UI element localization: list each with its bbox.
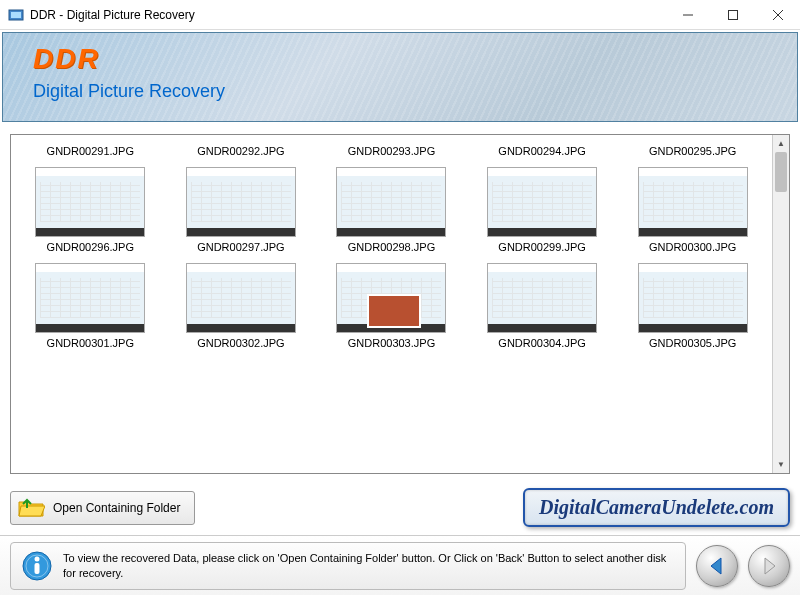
- app-icon: [8, 7, 24, 23]
- info-text: To view the recovered Data, please click…: [63, 551, 675, 580]
- thumbnail-item[interactable]: GNDR00293.JPG: [326, 143, 456, 159]
- titlebar: DDR - Digital Picture Recovery: [0, 0, 800, 30]
- thumbnail-item[interactable]: GNDR00294.JPG: [477, 143, 607, 159]
- thumbnail-item[interactable]: GNDR00304.JPG: [477, 259, 607, 351]
- svg-rect-9: [35, 563, 40, 574]
- back-button[interactable]: [696, 545, 738, 587]
- thumbnail-item[interactable]: GNDR00291.JPG: [25, 143, 155, 159]
- folder-icon: [17, 496, 45, 520]
- svg-rect-3: [728, 10, 737, 19]
- arrow-right-icon: [758, 555, 780, 577]
- thumbnail-item[interactable]: GNDR00292.JPG: [176, 143, 306, 159]
- thumbnail-item[interactable]: GNDR00299.JPG: [477, 163, 607, 255]
- info-panel: To view the recovered Data, please click…: [10, 542, 686, 590]
- thumbnail-image: [336, 263, 446, 333]
- app-subtitle: Digital Picture Recovery: [33, 81, 797, 102]
- thumbnail-item[interactable]: GNDR00298.JPG: [326, 163, 456, 255]
- thumbnail-label: GNDR00297.JPG: [197, 239, 284, 255]
- window-title: DDR - Digital Picture Recovery: [30, 8, 665, 22]
- footer: To view the recovered Data, please click…: [0, 535, 800, 595]
- thumbnail-label: GNDR00304.JPG: [498, 335, 585, 351]
- thumbnail-image: [487, 263, 597, 333]
- website-badge: DigitalCameraUndelete.com: [523, 488, 790, 527]
- thumbnail-image: [487, 167, 597, 237]
- thumbnail-item[interactable]: GNDR00302.JPG: [176, 259, 306, 351]
- thumbnail-item[interactable]: GNDR00303.JPG: [326, 259, 456, 351]
- open-containing-folder-button[interactable]: Open Containing Folder: [10, 491, 195, 525]
- minimize-button[interactable]: [665, 0, 710, 29]
- thumbnail-item[interactable]: GNDR00300.JPG: [628, 163, 758, 255]
- thumbnail-label: GNDR00303.JPG: [348, 335, 435, 351]
- thumbnail-item[interactable]: GNDR00297.JPG: [176, 163, 306, 255]
- toolbar: Open Containing Folder DigitalCameraUnde…: [0, 484, 800, 535]
- thumbnail-image: [638, 263, 748, 333]
- scrollbar[interactable]: ▲ ▼: [772, 135, 789, 473]
- thumbnail-item[interactable]: GNDR00301.JPG: [25, 259, 155, 351]
- thumbnail-label: GNDR00302.JPG: [197, 335, 284, 351]
- thumbnail-image: [186, 167, 296, 237]
- thumbnail-label: GNDR00294.JPG: [498, 143, 585, 159]
- content-area: GNDR00291.JPG GNDR00292.JPG GNDR00293.JP…: [0, 124, 800, 484]
- thumbnail-label: GNDR00295.JPG: [649, 143, 736, 159]
- scroll-down-icon[interactable]: ▼: [773, 456, 789, 473]
- thumbnail-image: [638, 167, 748, 237]
- thumbnail-label: GNDR00301.JPG: [47, 335, 134, 351]
- thumbnail-image: [186, 263, 296, 333]
- thumbnail-image: [35, 167, 145, 237]
- thumbnail-label: GNDR00291.JPG: [47, 143, 134, 159]
- thumbnail-label: GNDR00292.JPG: [197, 143, 284, 159]
- maximize-button[interactable]: [710, 0, 755, 29]
- info-icon: [21, 550, 53, 582]
- thumbnail-grid: GNDR00291.JPG GNDR00292.JPG GNDR00293.JP…: [11, 135, 772, 473]
- thumbnail-label: GNDR00298.JPG: [348, 239, 435, 255]
- thumbnail-image: [336, 167, 446, 237]
- thumbnail-label: GNDR00305.JPG: [649, 335, 736, 351]
- thumbnail-item[interactable]: GNDR00295.JPG: [628, 143, 758, 159]
- thumbnail-label: GNDR00299.JPG: [498, 239, 585, 255]
- svg-point-8: [35, 556, 40, 561]
- open-folder-label: Open Containing Folder: [53, 501, 180, 515]
- scroll-thumb[interactable]: [775, 152, 787, 192]
- thumbnail-item[interactable]: GNDR00296.JPG: [25, 163, 155, 255]
- thumbnail-pane: GNDR00291.JPG GNDR00292.JPG GNDR00293.JP…: [10, 134, 790, 474]
- svg-rect-1: [11, 12, 21, 18]
- arrow-left-icon: [706, 555, 728, 577]
- thumbnail-label: GNDR00296.JPG: [47, 239, 134, 255]
- header-banner: DDR Digital Picture Recovery: [2, 32, 798, 122]
- thumbnail-image: [35, 263, 145, 333]
- thumbnail-label: GNDR00300.JPG: [649, 239, 736, 255]
- close-button[interactable]: [755, 0, 800, 29]
- thumbnail-item[interactable]: GNDR00305.JPG: [628, 259, 758, 351]
- scroll-up-icon[interactable]: ▲: [773, 135, 789, 152]
- thumbnail-label: GNDR00293.JPG: [348, 143, 435, 159]
- next-button[interactable]: [748, 545, 790, 587]
- logo: DDR: [33, 43, 797, 75]
